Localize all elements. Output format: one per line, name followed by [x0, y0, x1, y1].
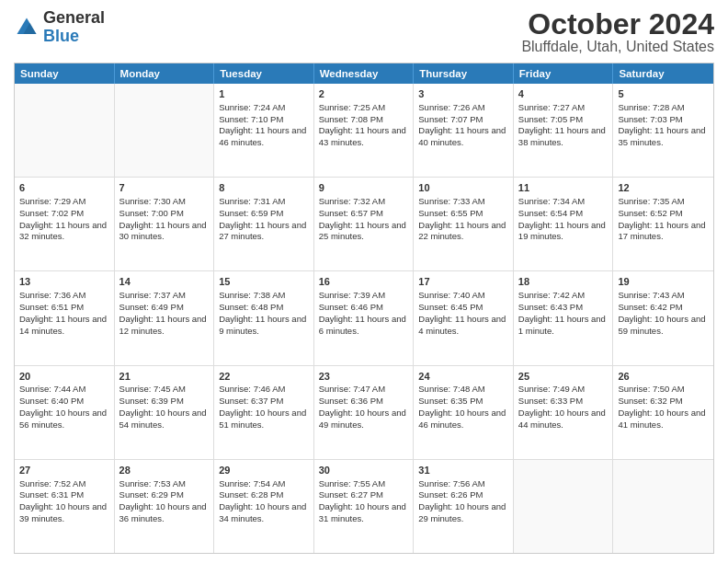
day-info: Sunset: 6:36 PM	[319, 396, 409, 408]
day-info: Sunrise: 7:43 AM	[618, 290, 709, 302]
day-info: Sunset: 6:43 PM	[518, 302, 609, 314]
calendar-cell-4-3: 30Sunrise: 7:55 AMSunset: 6:27 PMDayligh…	[314, 460, 415, 553]
day-number: 9	[319, 181, 409, 195]
day-info: Sunrise: 7:37 AM	[119, 290, 210, 302]
day-info: Sunrise: 7:40 AM	[418, 290, 508, 302]
day-number: 11	[518, 181, 609, 195]
calendar-cell-2-5: 18Sunrise: 7:42 AMSunset: 6:43 PMDayligh…	[514, 271, 614, 364]
day-info: Daylight: 10 hours and 29 minutes.	[418, 501, 508, 525]
calendar-cell-4-2: 29Sunrise: 7:54 AMSunset: 6:28 PMDayligh…	[214, 460, 314, 553]
day-info: Daylight: 11 hours and 4 minutes.	[418, 314, 508, 338]
logo-icon	[14, 15, 40, 40]
day-info: Sunset: 7:07 PM	[418, 114, 508, 126]
day-info: Sunset: 6:28 PM	[219, 489, 309, 501]
day-info: Daylight: 10 hours and 54 minutes.	[119, 408, 210, 431]
day-info: Sunrise: 7:33 AM	[418, 196, 508, 208]
day-info: Daylight: 11 hours and 27 minutes.	[219, 220, 309, 244]
day-info: Sunset: 6:57 PM	[319, 208, 409, 220]
calendar-cell-4-4: 31Sunrise: 7:56 AMSunset: 6:26 PMDayligh…	[414, 460, 514, 553]
calendar-cell-2-3: 16Sunrise: 7:39 AMSunset: 6:46 PMDayligh…	[314, 271, 415, 364]
day-info: Sunrise: 7:48 AM	[418, 384, 508, 396]
day-number: 23	[319, 370, 409, 384]
calendar-cell-0-4: 3Sunrise: 7:26 AMSunset: 7:07 PMDaylight…	[414, 84, 514, 177]
calendar-cell-2-4: 17Sunrise: 7:40 AMSunset: 6:45 PMDayligh…	[414, 271, 514, 364]
header: General Blue October 2024 Bluffdale, Uta…	[14, 9, 714, 55]
day-info: Sunrise: 7:54 AM	[219, 478, 309, 490]
calendar-cell-1-1: 7Sunrise: 7:30 AMSunset: 7:00 PMDaylight…	[115, 178, 215, 270]
day-info: Daylight: 11 hours and 9 minutes.	[219, 314, 309, 338]
calendar-cell-4-1: 28Sunrise: 7:53 AMSunset: 6:29 PMDayligh…	[115, 460, 215, 553]
calendar-cell-3-1: 21Sunrise: 7:45 AMSunset: 6:39 PMDayligh…	[115, 366, 215, 459]
day-number: 28	[119, 464, 210, 477]
calendar-row-0: 1Sunrise: 7:24 AMSunset: 7:10 PMDaylight…	[15, 84, 713, 178]
day-info: Sunrise: 7:53 AM	[119, 478, 210, 490]
day-number: 1	[219, 87, 309, 101]
day-info: Daylight: 11 hours and 6 minutes.	[319, 314, 409, 338]
day-info: Sunset: 7:05 PM	[518, 114, 609, 126]
day-info: Sunset: 6:54 PM	[518, 208, 609, 220]
logo-general: General	[43, 9, 105, 28]
day-info: Daylight: 10 hours and 49 minutes.	[319, 408, 409, 431]
day-info: Sunset: 6:52 PM	[618, 208, 709, 220]
header-day-tuesday: Tuesday	[214, 63, 314, 84]
day-info: Sunrise: 7:34 AM	[518, 196, 609, 208]
day-info: Sunrise: 7:45 AM	[119, 384, 210, 396]
day-info: Daylight: 10 hours and 59 minutes.	[618, 314, 709, 338]
day-info: Sunset: 6:42 PM	[618, 302, 709, 314]
day-info: Sunrise: 7:26 AM	[418, 102, 508, 114]
day-info: Daylight: 10 hours and 36 minutes.	[119, 501, 210, 525]
day-info: Daylight: 11 hours and 46 minutes.	[219, 125, 309, 149]
day-info: Sunrise: 7:29 AM	[19, 196, 109, 208]
day-number: 5	[618, 87, 709, 101]
day-info: Daylight: 11 hours and 1 minute.	[518, 314, 609, 338]
calendar-cell-3-3: 23Sunrise: 7:47 AMSunset: 6:36 PMDayligh…	[314, 366, 415, 459]
calendar-body: 1Sunrise: 7:24 AMSunset: 7:10 PMDaylight…	[15, 84, 713, 553]
calendar: SundayMondayTuesdayWednesdayThursdayFrid…	[14, 63, 714, 554]
calendar-cell-1-0: 6Sunrise: 7:29 AMSunset: 7:02 PMDaylight…	[15, 178, 115, 270]
day-info: Sunset: 6:40 PM	[19, 396, 109, 408]
day-info: Daylight: 10 hours and 46 minutes.	[418, 408, 508, 431]
day-number: 10	[418, 181, 508, 195]
day-info: Sunset: 6:33 PM	[518, 396, 609, 408]
day-info: Daylight: 10 hours and 44 minutes.	[518, 408, 609, 431]
day-info: Sunset: 7:00 PM	[119, 208, 210, 220]
day-info: Daylight: 10 hours and 56 minutes.	[19, 408, 109, 431]
calendar-cell-0-2: 1Sunrise: 7:24 AMSunset: 7:10 PMDaylight…	[214, 84, 314, 177]
day-info: Sunrise: 7:30 AM	[119, 196, 210, 208]
calendar-cell-2-1: 14Sunrise: 7:37 AMSunset: 6:49 PMDayligh…	[115, 271, 215, 364]
day-number: 20	[19, 370, 109, 384]
day-number: 13	[19, 275, 109, 289]
calendar-cell-0-3: 2Sunrise: 7:25 AMSunset: 7:08 PMDaylight…	[314, 84, 415, 177]
header-day-friday: Friday	[514, 63, 614, 84]
calendar-cell-1-5: 11Sunrise: 7:34 AMSunset: 6:54 PMDayligh…	[514, 178, 614, 270]
calendar-cell-2-2: 15Sunrise: 7:38 AMSunset: 6:48 PMDayligh…	[214, 271, 314, 364]
day-info: Sunset: 7:08 PM	[319, 114, 409, 126]
day-info: Sunrise: 7:32 AM	[319, 196, 409, 208]
header-day-saturday: Saturday	[613, 63, 713, 84]
calendar-cell-3-4: 24Sunrise: 7:48 AMSunset: 6:35 PMDayligh…	[414, 366, 514, 459]
day-info: Sunrise: 7:52 AM	[19, 478, 109, 490]
calendar-cell-4-5	[514, 460, 614, 553]
calendar-cell-0-5: 4Sunrise: 7:27 AMSunset: 7:05 PMDaylight…	[514, 84, 614, 177]
day-number: 15	[219, 275, 309, 289]
header-day-sunday: Sunday	[15, 63, 115, 84]
calendar-cell-1-4: 10Sunrise: 7:33 AMSunset: 6:55 PMDayligh…	[414, 178, 514, 270]
day-info: Sunset: 6:27 PM	[319, 489, 409, 501]
calendar-cell-0-1	[115, 84, 215, 177]
day-info: Sunrise: 7:47 AM	[319, 384, 409, 396]
calendar-title: October 2024	[521, 9, 714, 39]
calendar-row-2: 13Sunrise: 7:36 AMSunset: 6:51 PMDayligh…	[15, 271, 713, 365]
day-number: 25	[518, 370, 609, 384]
day-number: 19	[618, 275, 709, 289]
day-number: 4	[518, 87, 609, 101]
day-info: Daylight: 10 hours and 51 minutes.	[219, 408, 309, 431]
day-info: Daylight: 11 hours and 40 minutes.	[418, 125, 508, 149]
calendar-cell-2-6: 19Sunrise: 7:43 AMSunset: 6:42 PMDayligh…	[613, 271, 713, 364]
day-info: Sunset: 6:59 PM	[219, 208, 309, 220]
day-info: Sunrise: 7:44 AM	[19, 384, 109, 396]
logo-area: General Blue	[14, 9, 105, 46]
day-info: Sunrise: 7:49 AM	[518, 384, 609, 396]
calendar-cell-3-5: 25Sunrise: 7:49 AMSunset: 6:33 PMDayligh…	[514, 366, 614, 459]
calendar-cell-1-3: 9Sunrise: 7:32 AMSunset: 6:57 PMDaylight…	[314, 178, 415, 270]
day-info: Sunset: 6:49 PM	[119, 302, 210, 314]
